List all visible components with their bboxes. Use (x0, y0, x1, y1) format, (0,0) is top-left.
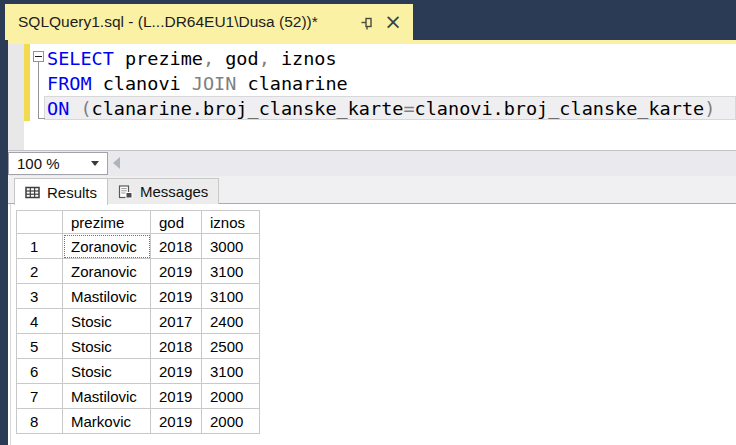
table-row: 5Stosic20182500 (17, 334, 260, 359)
grid-cell[interactable]: Stosic (63, 309, 151, 334)
grid-cell[interactable]: 2400 (202, 309, 260, 334)
outline-guide (38, 62, 45, 119)
query-editor[interactable]: SELECT prezime, god, iznosFROM clanovi J… (0, 44, 736, 150)
row-number[interactable]: 5 (17, 334, 63, 359)
document-tab-sqlquery1[interactable]: SQLQuery1.sql - (L...DR64EU1\Dusa (52))*… (5, 4, 413, 40)
zoom-level-dropdown[interactable]: 100 % (8, 152, 108, 175)
close-icon[interactable]: × (383, 13, 403, 31)
row-number[interactable]: 4 (17, 309, 63, 334)
results-pane: prezimegodiznos 1Zoranovic201830002Zoran… (8, 204, 736, 445)
code-line[interactable]: FROM clanovi JOIN clanarine (0, 71, 736, 96)
row-number[interactable]: 6 (17, 359, 63, 384)
tab-results[interactable]: Results (14, 178, 108, 205)
chevron-down-icon (91, 161, 99, 166)
table-row: 4Stosic20172400 (17, 309, 260, 334)
document-tab-title: SQLQuery1.sql - (L...DR64EU1\Dusa (52))* (18, 13, 351, 31)
ssms-window: SQLQuery1.sql - (L...DR64EU1\Dusa (52))*… (0, 0, 736, 445)
sql-token: clanarine.broj_clanske_karte (92, 98, 404, 119)
grid-cell[interactable]: 2017 (151, 309, 202, 334)
grid-cell[interactable]: 2019 (151, 384, 202, 409)
grid-cell[interactable]: 2019 (151, 259, 202, 284)
window-left-rail (0, 40, 8, 445)
grid-cell[interactable]: 3000 (202, 234, 260, 259)
sql-token: iznos (270, 48, 337, 69)
grid-cell[interactable]: 2019 (151, 409, 202, 434)
grid-corner-header[interactable] (17, 211, 63, 234)
sql-token: , (203, 48, 214, 69)
grid-cell[interactable]: Zoranovic (63, 234, 151, 259)
table-row: 3Mastilovic20193100 (17, 284, 260, 309)
grid-cell[interactable]: 2018 (151, 234, 202, 259)
sql-token: prezime (114, 48, 203, 69)
grid-cell[interactable]: Mastilovic (63, 384, 151, 409)
grid-cell[interactable]: 2019 (151, 359, 202, 384)
table-row: 6Stosic20193100 (17, 359, 260, 384)
editor-bottom-strip: 100 % (0, 150, 736, 176)
grid-cell[interactable]: 3100 (202, 359, 260, 384)
sql-token: ( (80, 98, 91, 119)
row-number[interactable]: 8 (17, 409, 63, 434)
column-header-god[interactable]: god (151, 211, 202, 234)
grid-cell[interactable]: 2500 (202, 334, 260, 359)
messages-icon (118, 185, 133, 199)
table-row: 7Mastilovic20192000 (17, 384, 260, 409)
row-number[interactable]: 3 (17, 284, 63, 309)
grid-cell[interactable]: Mastilovic (63, 284, 151, 309)
grid-cell[interactable]: Zoranovic (63, 259, 151, 284)
sql-token: , (259, 48, 270, 69)
sql-token: = (403, 98, 414, 119)
grid-cell[interactable]: 3100 (202, 259, 260, 284)
table-row: 1Zoranovic20183000 (17, 234, 260, 259)
grid-cell[interactable]: Stosic (63, 359, 151, 384)
results-pane-tabstrip: Results Messages (0, 176, 736, 204)
row-number[interactable]: 1 (17, 234, 63, 259)
pane-border (10, 204, 11, 445)
sql-code: SELECT prezime, god, iznosFROM clanovi J… (0, 46, 736, 121)
grid-cell[interactable]: 2000 (202, 409, 260, 434)
table-row: 2Zoranovic20193100 (17, 259, 260, 284)
sql-token: clanovi (92, 73, 192, 94)
sql-token (69, 98, 80, 119)
results-grid[interactable]: prezimegodiznos 1Zoranovic201830002Zoran… (16, 210, 260, 434)
collapse-region-toggle[interactable] (33, 51, 44, 62)
grid-cell[interactable]: 2000 (202, 384, 260, 409)
tab-messages-label: Messages (140, 183, 208, 200)
sql-token: clanovi.broj_clanske_karte (415, 98, 705, 119)
code-line[interactable]: ON (clanarine.broj_clanske_karte=clanovi… (0, 96, 736, 121)
row-number[interactable]: 7 (17, 384, 63, 409)
pin-icon[interactable] (357, 13, 377, 31)
code-line[interactable]: SELECT prezime, god, iznos (0, 46, 736, 71)
grid-cell[interactable]: 2019 (151, 284, 202, 309)
sql-token: god (214, 48, 259, 69)
scroll-left-arrow-icon[interactable] (113, 157, 120, 169)
grid-cell[interactable]: Stosic (63, 334, 151, 359)
table-row: 8Markovic20192000 (17, 409, 260, 434)
grid-cell[interactable]: 2018 (151, 334, 202, 359)
editor-horizontal-scrollbar[interactable] (104, 152, 736, 176)
sql-token: clanarine (236, 73, 347, 94)
tab-messages[interactable]: Messages (107, 178, 219, 204)
sql-token: ) (704, 98, 715, 119)
zoom-level-value: 100 % (17, 155, 60, 172)
sql-token: ON (47, 98, 69, 119)
column-header-iznos[interactable]: iznos (202, 211, 260, 234)
sql-token: JOIN (192, 73, 237, 94)
sql-token: FROM (47, 73, 92, 94)
results-grid-icon (25, 186, 40, 199)
sql-token: SELECT (47, 48, 114, 69)
row-number[interactable]: 2 (17, 259, 63, 284)
grid-cell[interactable]: Markovic (63, 409, 151, 434)
document-tab-bar: SQLQuery1.sql - (L...DR64EU1\Dusa (52))*… (0, 0, 736, 40)
tab-results-label: Results (47, 184, 97, 201)
grid-cell[interactable]: 3100 (202, 284, 260, 309)
column-header-prezime[interactable]: prezime (63, 211, 151, 234)
